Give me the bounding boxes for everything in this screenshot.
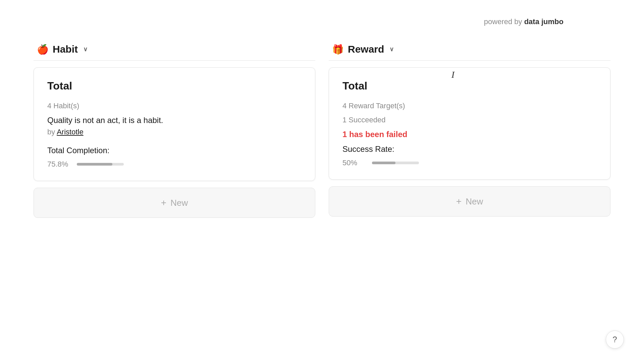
powered-by-text: powered by data jumbo bbox=[484, 17, 564, 26]
reward-chevron-icon[interactable]: ∨ bbox=[389, 46, 394, 53]
habit-progress-bar-fill bbox=[77, 163, 112, 166]
powered-by-label: powered by bbox=[484, 17, 522, 26]
reward-column-header[interactable]: 🎁 Reward ∨ bbox=[329, 44, 610, 61]
habit-title: Habit bbox=[53, 44, 78, 55]
habit-new-plus-icon: + bbox=[161, 197, 166, 208]
reward-progress-bar-fill bbox=[372, 162, 395, 164]
reward-progress-row: 50% bbox=[342, 159, 597, 167]
habit-new-label: New bbox=[170, 198, 188, 208]
reward-success-rate-value: 50% bbox=[342, 159, 366, 167]
habit-quote: Quality is not an act, it is a habit. bbox=[47, 116, 302, 125]
reward-success-rate-label: Success Rate: bbox=[342, 144, 597, 154]
habit-new-button[interactable]: + New bbox=[34, 188, 315, 218]
reward-title: Reward bbox=[348, 44, 384, 55]
reward-icon: 🎁 bbox=[332, 44, 344, 55]
habit-column-header[interactable]: 🍎 Habit ∨ bbox=[34, 44, 315, 61]
help-button[interactable]: ? bbox=[606, 330, 624, 349]
reward-progress-bar-bg bbox=[372, 162, 419, 164]
habit-completion-label: Total Completion: bbox=[47, 146, 302, 155]
reward-new-label: New bbox=[466, 196, 483, 207]
aristotle-link[interactable]: Aristotle bbox=[57, 128, 83, 136]
habit-card: Total 4 Habit(s) Quality is not an act, … bbox=[34, 67, 315, 181]
habit-author: by Aristotle bbox=[47, 128, 302, 136]
habit-chevron-icon[interactable]: ∨ bbox=[83, 46, 88, 53]
habit-progress-row: 75.8% bbox=[47, 160, 302, 169]
reward-new-button[interactable]: + New bbox=[329, 186, 610, 217]
habit-card-title: Total bbox=[47, 80, 302, 92]
habit-progress-bar-bg bbox=[77, 163, 124, 166]
reward-targets-count: 4 Reward Target(s) bbox=[342, 102, 597, 110]
habit-icon: 🍎 bbox=[37, 44, 49, 55]
reward-column: 🎁 Reward ∨ Total 4 Reward Target(s) 1 Su… bbox=[329, 44, 610, 218]
main-layout: 🍎 Habit ∨ Total 4 Habit(s) Quality is no… bbox=[0, 0, 644, 218]
reward-card-title: Total bbox=[342, 80, 597, 92]
reward-failed: 1 has been failed bbox=[342, 130, 597, 139]
reward-new-plus-icon: + bbox=[456, 196, 462, 207]
habit-count: 4 Habit(s) bbox=[47, 102, 302, 110]
reward-card: Total 4 Reward Target(s) 1 Succeeded 1 h… bbox=[329, 67, 610, 180]
reward-succeeded: 1 Succeeded bbox=[342, 116, 597, 124]
brand-name: data jumbo bbox=[524, 17, 564, 26]
habit-completion-value: 75.8% bbox=[47, 160, 71, 169]
habit-column: 🍎 Habit ∨ Total 4 Habit(s) Quality is no… bbox=[34, 44, 315, 218]
